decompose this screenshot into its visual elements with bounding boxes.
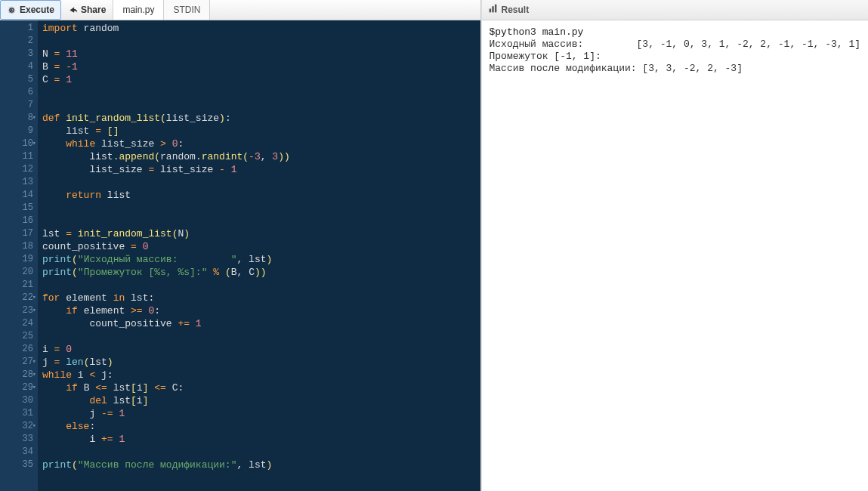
result-line: Массив после модификации: [3, 3, -2, 2, … xyxy=(490,63,860,75)
line-number: 13 xyxy=(2,176,33,189)
code-line[interactable]: list_size = list_size - 1 xyxy=(42,163,476,176)
code-line[interactable]: count_positive += 1 xyxy=(42,317,476,330)
code-line[interactable]: while list_size > 0: xyxy=(42,137,476,150)
line-number-gutter: 1234567891011121314151617181920212223242… xyxy=(0,20,38,491)
line-number: 7 xyxy=(2,99,33,112)
code-line[interactable]: j = len(lst) xyxy=(42,356,476,369)
code-line[interactable] xyxy=(42,176,476,189)
line-number: 15 xyxy=(2,202,33,215)
line-number: 11 xyxy=(2,150,33,163)
code-line[interactable]: if element >= 0: xyxy=(42,304,476,317)
code-editor[interactable]: 1234567891011121314151617181920212223242… xyxy=(0,20,480,491)
tab-stdin[interactable]: STDIN xyxy=(164,0,210,20)
line-number: 19 xyxy=(2,253,33,266)
line-number: 34 xyxy=(2,446,33,459)
code-line[interactable]: list = [] xyxy=(42,125,476,137)
code-line[interactable]: print("Массив после модификации:", lst) xyxy=(42,459,476,471)
code-line[interactable] xyxy=(42,99,476,112)
tab-label: main.py xyxy=(122,5,154,15)
result-line: Промежуток [-1, 1]: xyxy=(490,51,860,63)
result-title: Result xyxy=(502,5,530,15)
line-number: 1 xyxy=(2,22,33,35)
line-number: 25 xyxy=(2,330,33,343)
line-number: 4 xyxy=(2,60,33,73)
execute-button[interactable]: Execute xyxy=(0,0,61,20)
svg-rect-1 xyxy=(492,6,493,12)
code-line[interactable]: if B <= lst[i] <= C: xyxy=(42,381,476,394)
line-number: 20 xyxy=(2,266,33,279)
line-number: 35 xyxy=(2,459,33,471)
code-line[interactable]: def init_random_list(list_size): xyxy=(42,112,476,125)
code-line[interactable]: N = 11 xyxy=(42,48,476,60)
share-icon xyxy=(68,5,78,15)
code-line[interactable]: j -= 1 xyxy=(42,407,476,420)
code-line[interactable] xyxy=(42,202,476,215)
code-line[interactable] xyxy=(42,330,476,343)
code-content[interactable]: import random N = 11B = -1C = 1 def init… xyxy=(38,20,480,491)
line-number: 26 xyxy=(2,343,33,356)
line-number: 27 xyxy=(2,356,33,369)
line-number: 6 xyxy=(2,86,33,99)
line-number: 14 xyxy=(2,189,33,202)
code-line[interactable] xyxy=(42,86,476,99)
code-line[interactable]: del lst[i] xyxy=(42,394,476,407)
code-line[interactable]: else: xyxy=(42,420,476,433)
editor-panel: Execute Share main.py STDIN 123456789101… xyxy=(0,0,481,491)
code-line[interactable]: C = 1 xyxy=(42,73,476,86)
line-number: 3 xyxy=(2,48,33,60)
line-number: 10 xyxy=(2,137,33,150)
line-number: 29 xyxy=(2,381,33,394)
svg-rect-0 xyxy=(489,9,490,13)
tab-main[interactable]: main.py xyxy=(113,0,164,20)
code-line[interactable]: for element in lst: xyxy=(42,292,476,304)
code-line[interactable]: list.append(random.randint(-3, 3)) xyxy=(42,150,476,163)
line-number: 5 xyxy=(2,73,33,86)
line-number: 30 xyxy=(2,394,33,407)
line-number: 21 xyxy=(2,279,33,292)
code-line[interactable]: B = -1 xyxy=(42,60,476,73)
code-line[interactable]: i += 1 xyxy=(42,433,476,446)
result-line: Исходный массив: [3, -1, 0, 3, 1, -2, 2,… xyxy=(490,39,860,51)
gear-play-icon xyxy=(7,5,17,15)
share-button[interactable]: Share xyxy=(61,0,113,20)
code-line[interactable]: count_positive = 0 xyxy=(42,240,476,253)
line-number: 33 xyxy=(2,433,33,446)
toolbar: Execute Share main.py STDIN xyxy=(0,0,480,20)
code-line[interactable]: i = 0 xyxy=(42,343,476,356)
line-number: 16 xyxy=(2,215,33,227)
code-line[interactable]: return list xyxy=(42,189,476,202)
code-line[interactable]: lst = init_random_list(N) xyxy=(42,227,476,240)
code-line[interactable] xyxy=(42,35,476,48)
line-number: 17 xyxy=(2,227,33,240)
line-number: 2 xyxy=(2,35,33,48)
tab-label: STDIN xyxy=(173,5,200,15)
svg-rect-2 xyxy=(494,5,496,13)
code-line[interactable] xyxy=(42,279,476,292)
code-line[interactable] xyxy=(42,215,476,227)
code-line[interactable]: print("Промежуток [%s, %s]:" % (B, C)) xyxy=(42,266,476,279)
line-number: 32 xyxy=(2,420,33,433)
code-line[interactable]: print("Исходный массив: ", lst) xyxy=(42,253,476,266)
line-number: 9 xyxy=(2,125,33,137)
output-panel: Result $python3 main.pyИсходный массив: … xyxy=(481,0,868,491)
code-line[interactable]: while i < j: xyxy=(42,369,476,381)
line-number: 28 xyxy=(2,369,33,381)
result-output[interactable]: $python3 main.pyИсходный массив: [3, -1,… xyxy=(482,20,868,491)
result-command: $python3 main.py xyxy=(490,26,860,39)
line-number: 12 xyxy=(2,163,33,176)
result-header: Result xyxy=(482,0,868,20)
line-number: 8 xyxy=(2,112,33,125)
execute-label: Execute xyxy=(20,5,54,15)
share-label: Share xyxy=(81,5,106,15)
line-number: 18 xyxy=(2,240,33,253)
line-number: 22 xyxy=(2,292,33,304)
line-number: 31 xyxy=(2,407,33,420)
code-line[interactable] xyxy=(42,446,476,459)
bar-chart-icon xyxy=(488,4,498,16)
line-number: 23 xyxy=(2,304,33,317)
line-number: 24 xyxy=(2,317,33,330)
code-line[interactable]: import random xyxy=(42,22,476,35)
